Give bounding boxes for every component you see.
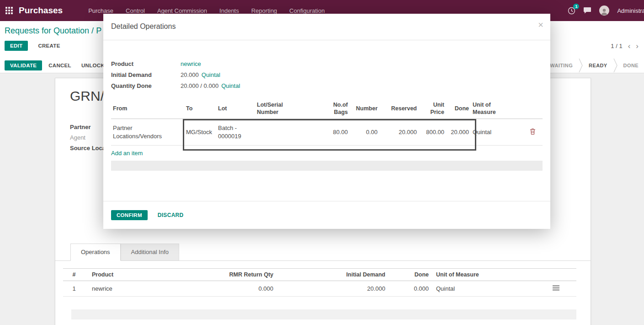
partner-field-label: Partner <box>70 124 91 130</box>
modal-fields: Product newrice Initial Demand 20.000 Qu… <box>111 58 240 91</box>
statusbar-actions: VALIDATE CANCEL UNLOCK <box>5 60 108 70</box>
initial-demand-label: Initial Demand <box>111 71 181 78</box>
notebook-tabbar: Operations Additional Info <box>55 244 591 261</box>
pager-next-icon[interactable]: › <box>636 42 639 50</box>
discard-button[interactable]: DISCARD <box>158 212 184 218</box>
cell-unit-of-measure: Quintal <box>432 281 535 297</box>
messages-icon[interactable] <box>583 7 591 14</box>
status-step-done[interactable]: DONE <box>623 63 639 68</box>
modal-empty-row-placeholder <box>111 161 543 171</box>
agent-field-label: Agent <box>70 134 85 141</box>
cell-lot[interactable]: Batch - 0000019 <box>216 119 255 146</box>
create-button[interactable]: CREATE <box>34 41 64 51</box>
col-unit-of-measure: Unit of Measure <box>432 269 535 281</box>
menu-indents[interactable]: Indents <box>219 7 239 14</box>
initial-demand-uom-link[interactable]: Quintal <box>202 71 220 78</box>
cell-no-of-bags[interactable]: 80.00 <box>319 119 350 146</box>
col-lot: Lot <box>216 99 255 119</box>
menu-agent-commission[interactable]: Agent Commission <box>157 7 207 14</box>
menu-reporting[interactable]: Reporting <box>251 7 277 14</box>
col-reserved: Reserved <box>379 99 419 119</box>
cell-rmr-return-qty: 0.000 <box>215 281 277 297</box>
status-chevron-icon <box>613 59 617 72</box>
detailed-operations-modal: Detailed Operations × Product newrice In… <box>103 14 550 229</box>
cell-from[interactable]: Partner Locations/Vendors <box>111 119 184 146</box>
col-done: Done <box>446 99 471 119</box>
apps-grid-icon[interactable] <box>5 7 13 14</box>
cell-number: 1 <box>63 281 85 297</box>
cell-lot-serial-number[interactable] <box>255 119 319 146</box>
operations-row[interactable]: 1 newrice 0.000 20.000 0.000 Quintal <box>63 281 576 297</box>
status-pipeline: WAITING READY DONE <box>550 59 639 72</box>
operations-header-row: # Product RMR Return Qty Initial Demand … <box>63 269 576 281</box>
col-unit-of-measure: Unit of Measure <box>471 99 523 119</box>
col-lot-serial-number: Lot/Serial Number <box>255 99 319 119</box>
app-title[interactable]: Purchases <box>19 5 63 16</box>
modal-title: Detailed Operations <box>111 22 176 31</box>
modal-table-container: From To Lot Lot/Serial Number No.of Bags… <box>111 99 543 171</box>
cell-product: newrice <box>85 281 215 297</box>
cell-done[interactable]: 20.000 <box>446 119 471 146</box>
activity-clock-icon[interactable]: 1 <box>568 7 575 15</box>
tab-additional-info[interactable]: Additional Info <box>121 244 179 260</box>
user-avatar[interactable] <box>599 5 609 16</box>
pager-value: 1 / 1 <box>611 43 622 49</box>
initial-demand-field: Initial Demand 20.000 Quintal <box>111 69 240 80</box>
col-actions <box>523 99 543 119</box>
activity-count-badge: 1 <box>573 4 579 9</box>
cancel-button[interactable]: CANCEL <box>45 60 75 70</box>
breadcrumb-separator: / <box>89 26 96 35</box>
cell-number[interactable]: 0.00 <box>350 119 379 146</box>
detailed-operations-list-icon[interactable] <box>552 284 560 293</box>
edit-button[interactable]: EDIT <box>5 41 28 51</box>
modal-header: Detailed Operations × <box>103 14 550 40</box>
empty-row-placeholder <box>71 309 576 320</box>
quantity-done-value: 20.000 / 0.000 <box>181 82 218 89</box>
col-unit-price: Unit Price <box>419 99 446 119</box>
pack-operation-row[interactable]: Partner Locations/Vendors MG/Stock Batch… <box>111 119 543 146</box>
initial-demand-value: 20.000 <box>181 71 199 78</box>
quantity-done-field: Quantity Done 20.000 / 0.000 Quintal <box>111 80 240 91</box>
breadcrumb: Requests for Quotation / P <box>5 26 101 36</box>
col-initial-demand: Initial Demand <box>277 269 389 281</box>
status-step-waiting[interactable]: WAITING <box>550 63 573 68</box>
tab-operations[interactable]: Operations <box>70 244 121 261</box>
modal-footer: CONFIRM DISCARD <box>103 201 550 229</box>
col-to: To <box>184 99 216 119</box>
col-number: # <box>63 269 85 281</box>
status-chevron-icon <box>579 59 583 72</box>
menu-configuration[interactable]: Configuration <box>289 7 325 14</box>
record-title: GRN/ <box>70 88 104 104</box>
col-product: Product <box>85 269 215 281</box>
col-actions <box>535 269 576 281</box>
cell-to[interactable]: MG/Stock <box>184 119 216 146</box>
operations-table: # Product RMR Return Qty Initial Demand … <box>63 268 576 297</box>
pager: 1 / 1 ‹ › <box>611 42 639 50</box>
cell-reserved[interactable]: 20.000 <box>379 119 419 146</box>
cell-unit-price[interactable]: 800.00 <box>419 119 446 146</box>
status-step-ready[interactable]: READY <box>589 63 607 68</box>
col-rmr-return-qty: RMR Return Qty <box>215 269 277 281</box>
close-icon[interactable]: × <box>538 20 543 29</box>
quantity-done-uom-link[interactable]: Quintal <box>221 82 240 89</box>
product-field: Product newrice <box>111 58 240 69</box>
validate-button[interactable]: VALIDATE <box>5 60 42 70</box>
pack-operations-table: From To Lot Lot/Serial Number No.of Bags… <box>111 99 543 146</box>
col-number: Number <box>350 99 379 119</box>
cell-initial-demand: 20.000 <box>277 281 389 297</box>
quantity-done-label: Quantity Done <box>111 82 181 89</box>
menu-control[interactable]: Control <box>126 7 145 14</box>
pager-previous-icon[interactable]: ‹ <box>628 42 631 50</box>
breadcrumb-parent-link[interactable]: Requests for Quotation <box>5 26 89 35</box>
cell-unit-of-measure[interactable]: Quintal <box>471 119 523 146</box>
delete-row-trash-icon[interactable] <box>529 127 537 137</box>
user-name[interactable]: Administrator <box>617 7 644 14</box>
menu-purchase[interactable]: Purchase <box>88 7 113 14</box>
form-buttons: EDIT CREATE <box>5 41 64 51</box>
col-done: Done <box>389 269 432 281</box>
product-value-link[interactable]: newrice <box>181 60 201 67</box>
navbar-right: 1 Administrator <box>568 0 644 21</box>
col-from: From <box>111 99 184 119</box>
confirm-button[interactable]: CONFIRM <box>111 210 148 220</box>
add-an-item-link[interactable]: Add an item <box>111 150 143 157</box>
